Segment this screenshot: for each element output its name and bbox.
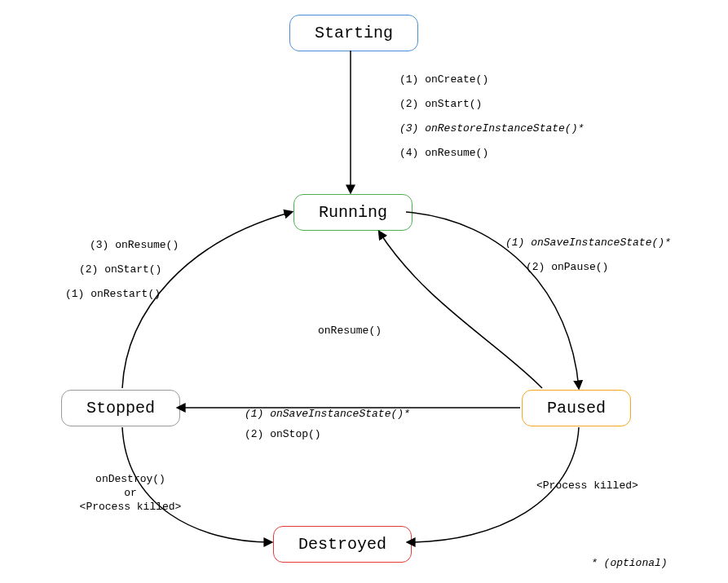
state-label: Starting — [315, 24, 393, 42]
edge-stop-dest-3: <Process killed> — [73, 501, 188, 513]
state-destroyed: Destroyed — [273, 526, 412, 563]
footer-note: * (optional) — [591, 557, 668, 569]
state-running: Running — [293, 194, 413, 231]
edge-start-run-2: (2) onStart() — [399, 98, 482, 110]
state-starting: Starting — [289, 15, 418, 51]
state-stopped: Stopped — [61, 390, 180, 426]
edge-pause-stop-1: (1) onSaveInstanceState()* — [245, 408, 410, 420]
state-paused: Paused — [522, 390, 631, 426]
edge-stop-dest-2: or — [73, 487, 188, 499]
edge-stop-dest-1: onDestroy() — [73, 473, 188, 485]
edge-run-pause-2: (2) onPause() — [526, 261, 608, 273]
edge-pause-run: onResume() — [318, 325, 382, 337]
state-label: Stopped — [86, 399, 155, 417]
edge-stop-run-2: (2) onStart() — [79, 263, 161, 276]
edge-start-run-3: (3) onRestoreInstanceState()* — [399, 122, 584, 135]
edge-stop-run-1: (1) onRestart() — [65, 288, 161, 300]
edge-run-pause-1: (1) onSaveInstanceState()* — [505, 236, 671, 249]
edge-start-run-1: (1) onCreate() — [399, 73, 488, 86]
state-label: Destroyed — [298, 535, 386, 554]
state-label: Paused — [547, 399, 606, 417]
edge-start-run-4: (4) onResume() — [399, 147, 488, 159]
edge-stop-run-3: (3) onResume() — [90, 239, 179, 251]
edge-pause-dest: <Process killed> — [536, 479, 638, 492]
edge-pause-stop-2: (2) onStop() — [245, 428, 321, 440]
state-label: Running — [319, 203, 387, 222]
